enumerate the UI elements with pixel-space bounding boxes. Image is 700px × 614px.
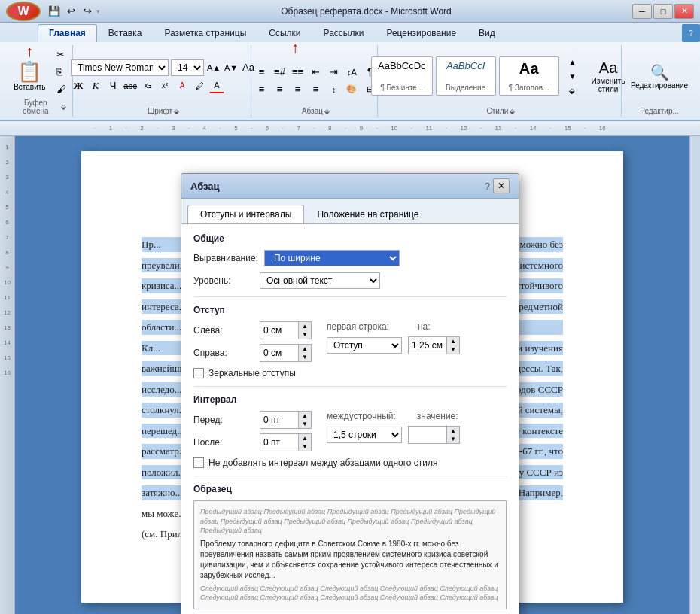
indent-right-up[interactable]: ▲ (299, 345, 311, 353)
indent-left-spin[interactable]: ▲ ▼ (260, 321, 312, 339)
styles-scroll-down[interactable]: ▼ (565, 70, 580, 83)
indent-left-up[interactable]: ▲ (299, 322, 311, 330)
edit-button[interactable]: 🔍 Редактирование (627, 59, 692, 93)
tab-insert[interactable]: Вставка (97, 24, 154, 42)
spacing-after-label: После: (193, 437, 254, 448)
redo-button[interactable]: ↪ (80, 4, 95, 19)
style-item-emphasis[interactable]: AaBbCcI Выделение (436, 56, 496, 96)
firstline-by-up[interactable]: ▲ (447, 337, 459, 345)
firstline-by-down[interactable]: ▼ (447, 345, 459, 354)
line-value-spin[interactable]: ▲ ▼ (408, 426, 460, 444)
preview-box: Предыдущий абзац Предыдущий абзац Предыд… (193, 500, 507, 609)
spacing-after-up[interactable]: ▲ (299, 434, 311, 442)
tab-review[interactable]: Рецензирование (375, 24, 467, 42)
style-item-normal[interactable]: AaBbCcDc ¶ Без инте... (371, 56, 433, 96)
style-item-heading1[interactable]: Аа ¶ Заголов... (499, 56, 559, 96)
minimize-button[interactable]: ─ (632, 4, 652, 19)
paragraph-controls: ≡ ≡# ≡≡ ⇤ ⇥ ↕A ¶ ≡ ≡ ≡ ≡ ↕ 🎨 (253, 65, 378, 97)
maximize-button[interactable]: □ (653, 4, 673, 19)
increase-indent-button[interactable]: ⇥ (325, 65, 342, 80)
dialog-close-button[interactable]: ✕ (493, 178, 510, 193)
strikethrough-button[interactable]: abc (123, 78, 138, 93)
align-left-button[interactable]: ≡ (253, 82, 269, 97)
spacing-after-down[interactable]: ▼ (299, 442, 311, 451)
superscript-button[interactable]: x² (157, 78, 172, 93)
copy-button[interactable]: ⎘ (53, 64, 70, 80)
spacing-before-spin[interactable]: ▲ ▼ (260, 411, 312, 429)
line-value-up[interactable]: ▲ (447, 427, 459, 435)
paragraph-group-label: Абзац ⬙ (302, 107, 330, 115)
firstline-controls: Отступ ▲ ▼ (327, 336, 460, 354)
text-effects-button[interactable]: А (175, 78, 190, 93)
numbering-button[interactable]: ≡# (271, 65, 288, 80)
office-button[interactable]: W (6, 2, 41, 21)
multilevel-button[interactable]: ≡≡ (289, 65, 306, 80)
indent-right-down[interactable]: ▼ (299, 353, 311, 361)
no-add-interval-checkbox[interactable] (193, 457, 204, 468)
ribbon-help-icon[interactable]: ? (682, 24, 700, 42)
paste-button[interactable]: 📋 Вставить (8, 58, 50, 95)
shading-button[interactable]: 🎨 (343, 82, 360, 97)
increase-font-button[interactable]: A▲ (206, 60, 221, 75)
justify-button[interactable]: ≡ (307, 82, 324, 97)
line-spacing-label: междустрочный: (327, 411, 396, 421)
mirror-indent-checkbox[interactable] (193, 368, 204, 378)
tab-references[interactable]: Ссылки (257, 24, 312, 42)
decrease-indent-button[interactable]: ⇤ (307, 65, 324, 80)
line-value-down[interactable]: ▼ (447, 435, 459, 443)
bold-button[interactable]: Ж (71, 78, 86, 93)
indent-right-input[interactable] (260, 345, 298, 361)
font-size-select[interactable]: 14 (171, 59, 204, 76)
spacing-before-down[interactable]: ▼ (299, 420, 311, 428)
spacing-before-input[interactable] (260, 412, 298, 428)
vertical-scrollbar[interactable] (689, 136, 700, 614)
font-name-select[interactable]: Times New Roman (71, 59, 169, 76)
level-label: Уровень: (193, 275, 254, 286)
alignment-select[interactable]: По ширине (264, 250, 400, 266)
dialog-help-label[interactable]: ? (485, 181, 490, 192)
highlight-button[interactable]: 🖊 (192, 78, 207, 93)
underline-button[interactable]: Ч (105, 78, 120, 93)
font-expand-icon[interactable]: ⬙ (174, 108, 179, 115)
line-value-input[interactable] (409, 427, 446, 443)
cut-button[interactable]: ✂ (53, 47, 70, 62)
indent-left-input[interactable] (260, 322, 298, 339)
firstline-select[interactable]: Отступ (327, 337, 402, 354)
level-select[interactable]: Основной текст (260, 272, 380, 289)
align-center-button[interactable]: ≡ (271, 82, 288, 97)
tab-page-layout[interactable]: Разметка страницы (153, 24, 257, 42)
close-button[interactable]: ✕ (674, 4, 694, 19)
line-spacing-button[interactable]: ↕ (325, 82, 342, 97)
decrease-font-button[interactable]: A▼ (224, 60, 239, 75)
firstline-by-spin[interactable]: ▲ ▼ (408, 336, 460, 354)
dialog-body: Общие Выравнивание: По ширине Уровень: О… (181, 224, 519, 614)
spacing-after-input[interactable] (260, 434, 298, 451)
clipboard-expand-icon[interactable]: ⬙ (61, 103, 66, 111)
line-spacing-select[interactable]: 1,5 строки (327, 427, 402, 443)
dialog-tab-line-breaks[interactable]: Положение на странице (304, 205, 431, 223)
bullets-button[interactable]: ≡ (253, 65, 269, 80)
sort-button[interactable]: ↕A (343, 65, 360, 80)
dialog-tab-indent-spacing[interactable]: Отступы и интервалы (187, 205, 304, 223)
tab-mailings[interactable]: Рассылки (312, 24, 376, 42)
indent-right-spin[interactable]: ▲ ▼ (260, 344, 312, 362)
spacing-before-up[interactable]: ▲ (299, 412, 311, 420)
firstline-by-input[interactable] (409, 337, 446, 354)
italic-button[interactable]: К (88, 78, 103, 93)
styles-expand[interactable]: ⬙ (565, 84, 580, 97)
font-color-button[interactable]: А (209, 78, 224, 93)
styles-expand-icon[interactable]: ⬙ (510, 108, 515, 115)
tab-home[interactable]: Главная (38, 24, 97, 42)
paragraph-expand-icon[interactable]: ⬙ (324, 108, 330, 115)
firstline-label: первая строка: (327, 321, 389, 332)
align-right-button[interactable]: ≡ (289, 82, 306, 97)
save-button[interactable]: 💾 (47, 4, 62, 19)
tab-view[interactable]: Вид (467, 24, 507, 42)
spacing-after-spin[interactable]: ▲ ▼ (260, 433, 312, 451)
styles-scroll-up[interactable]: ▲ (565, 56, 580, 68)
subscript-button[interactable]: x₂ (140, 78, 155, 93)
change-styles-button[interactable]: Аа Изменитьстили (586, 56, 631, 97)
format-painter-button[interactable]: 🖌 (53, 81, 70, 97)
indent-left-down[interactable]: ▼ (299, 330, 311, 339)
undo-button[interactable]: ↩ (63, 4, 78, 19)
